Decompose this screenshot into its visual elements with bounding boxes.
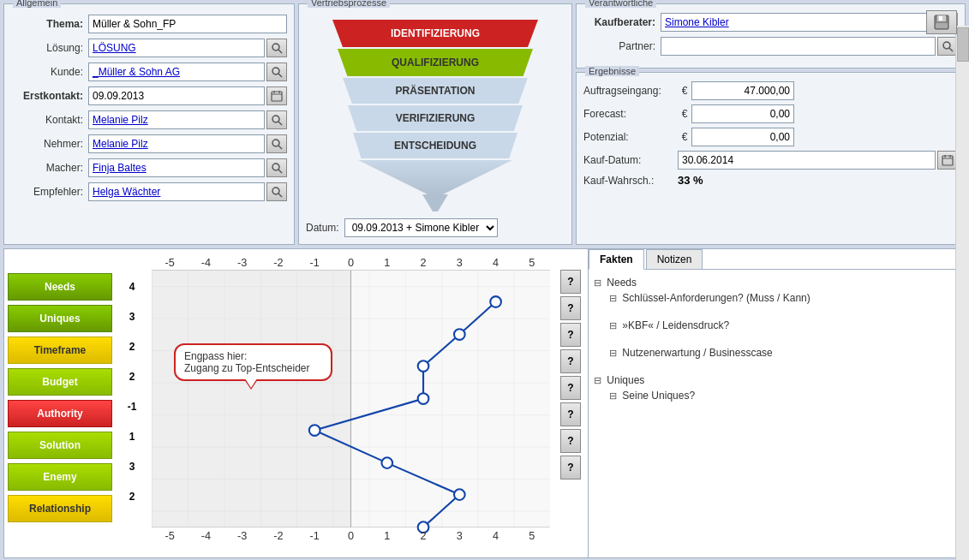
loesung-search-button[interactable] [266, 39, 287, 57]
svg-line-17 [278, 170, 282, 173]
search-icon [271, 114, 283, 126]
kunde-input-group: _Müller & Sohn AG [88, 63, 287, 81]
funnel-qualifizierung[interactable]: QUALIFIZIERUNG [338, 49, 533, 76]
kunde-search-button[interactable] [266, 63, 287, 81]
kaufberater-label: Kaufberater: [583, 16, 661, 28]
auftragseingang-row: Auftragseingang: € [583, 81, 958, 100]
category-enemy-button[interactable]: Enemy [8, 463, 112, 491]
kauf-datum-input-group [678, 151, 958, 170]
category-timeframe-button[interactable]: Timeframe [8, 337, 112, 364]
fakten-panel: Fakten Notizen ⊟ Needs ⊟ Schlüssel-Anfor… [588, 249, 965, 557]
macher-search-button[interactable] [266, 158, 287, 177]
macher-label: Macher: [11, 162, 88, 174]
forecast-euro: € [678, 108, 691, 120]
top-section: Allgemein Thema: Lösung: LÖSUNG Kunde: [3, 3, 966, 245]
expand-nutzen[interactable]: ⊟ [609, 348, 617, 358]
category-authority-button[interactable]: Authority [8, 400, 112, 427]
kontakt-value[interactable]: Melanie Pilz [88, 110, 265, 129]
kontakt-label: Kontakt: [11, 114, 88, 126]
erstkontakt-input[interactable] [88, 86, 265, 105]
q-btn-solution[interactable]: ? [560, 402, 581, 426]
category-solution-button[interactable]: Solution [8, 432, 112, 459]
fakten-content[interactable]: ⊟ Needs ⊟ Schlüssel-Anforderungen? (Muss… [589, 270, 965, 557]
tree-schluessel-label: Schlüssel-Anforderungen? (Muss / Kann) [622, 292, 810, 304]
svg-point-14 [272, 140, 279, 146]
kauf-wahrsch-row: Kauf-Wahrsch.: 33 % [583, 174, 958, 187]
svg-point-55 [454, 489, 465, 500]
chart-area: -5 -4 -3 -2 -1 0 1 2 3 4 5 [148, 249, 553, 557]
auftragseingang-input[interactable] [691, 81, 794, 100]
loesung-value[interactable]: LÖSUNG [88, 39, 265, 57]
q-btn-authority[interactable]: ? [560, 376, 581, 400]
q-btn-needs[interactable]: ? [560, 270, 581, 294]
svg-point-18 [272, 188, 279, 194]
svg-line-15 [278, 146, 282, 149]
q-btn-uniques[interactable]: ? [560, 296, 581, 320]
q-buttons-column: ? ? ? ? ? ? ? ? [557, 249, 584, 557]
empfehler-search-button[interactable] [266, 182, 287, 201]
category-uniques-button[interactable]: Uniques [8, 305, 112, 332]
expand-uniques[interactable]: ⊟ [594, 375, 601, 385]
funnel-identifizierung[interactable]: IDENTIFIZIERUNG [332, 20, 538, 47]
erstkontakt-calendar-button[interactable] [266, 86, 287, 105]
thema-label: Thema: [11, 18, 88, 30]
svg-rect-39 [152, 271, 351, 527]
funnel-entscheidung[interactable]: ENTSCHEIDUNG [353, 133, 517, 158]
thema-input-group [88, 15, 287, 33]
kaufberater-value[interactable]: Simone Kibler [661, 13, 958, 32]
potenzial-euro: € [678, 131, 691, 143]
partner-input[interactable] [661, 37, 936, 56]
macher-value[interactable]: Finja Baltes [88, 158, 265, 177]
category-buttons: Needs Uniques Timeframe Budget Authority… [4, 249, 116, 557]
potenzial-input[interactable] [691, 128, 794, 146]
q-btn-budget[interactable]: ? [560, 349, 581, 373]
right-panels: Verantwortliche Kaufberater: Simone Kibl… [576, 3, 966, 245]
tab-notizen[interactable]: Notizen [646, 249, 703, 269]
value-needs: 4 [129, 273, 135, 301]
expand-seine-uniques[interactable]: ⊟ [609, 390, 617, 401]
datum-select[interactable]: 09.09.2013 + Simone Kibler [344, 218, 498, 237]
save-button[interactable] [926, 10, 957, 34]
q-btn-timeframe[interactable]: ? [560, 323, 581, 347]
svg-text:0: 0 [348, 257, 354, 269]
loesung-label: Lösung: [11, 42, 88, 54]
expand-schluessel[interactable]: ⊟ [609, 293, 617, 303]
category-budget-button[interactable]: Budget [8, 368, 112, 396]
erstkontakt-input-group [88, 86, 287, 105]
kauf-datum-input[interactable] [678, 151, 936, 170]
empfehler-row: Empfehler: Helga Wächter [11, 182, 287, 201]
category-needs-button[interactable]: Needs [8, 273, 112, 301]
kunde-value[interactable]: _Müller & Sohn AG [88, 63, 265, 81]
tab-fakten[interactable]: Fakten [589, 249, 644, 270]
q-btn-relationship[interactable]: ? [560, 456, 581, 480]
verantwortliche-title: Verantwortliche [585, 0, 656, 8]
empfehler-value[interactable]: Helga Wächter [88, 182, 265, 201]
svg-line-13 [278, 122, 282, 125]
value-solution: 1 [129, 423, 135, 450]
expand-kbf[interactable]: ⊟ [609, 320, 617, 331]
funnel-verifizierung[interactable]: VERIFIZIERUNG [348, 105, 523, 131]
svg-point-54 [381, 457, 392, 468]
potenzial-row: Potenzial: € [583, 128, 958, 146]
thema-input[interactable] [88, 15, 287, 33]
q-btn-enemy[interactable]: ? [560, 429, 581, 453]
svg-point-50 [454, 329, 465, 340]
erstkontakt-row: Erstkontakt: [11, 86, 287, 105]
search-icon [271, 66, 283, 78]
svg-point-6 [272, 68, 279, 74]
svg-text:3: 3 [457, 257, 463, 269]
nehmer-value[interactable]: Melanie Pilz [88, 134, 265, 153]
svg-line-21 [949, 48, 953, 51]
kontakt-search-button[interactable] [266, 110, 287, 129]
datum-label: Datum: [306, 222, 339, 234]
svg-text:-1: -1 [310, 530, 320, 542]
funnel-praesentation[interactable]: PRÄSENTATION [343, 78, 528, 104]
category-relationship-button[interactable]: Relationship [8, 495, 112, 522]
tree-seine-uniques: ⊟ Seine Uniques? [609, 388, 960, 403]
expand-needs[interactable]: ⊟ [594, 277, 601, 288]
forecast-input[interactable] [691, 104, 794, 123]
nehmer-search-button[interactable] [266, 134, 287, 153]
svg-text:-4: -4 [201, 257, 211, 269]
allgemein-panel: Allgemein Thema: Lösung: LÖSUNG Kunde: [3, 3, 295, 245]
scrollbar-thumb[interactable] [957, 27, 969, 62]
